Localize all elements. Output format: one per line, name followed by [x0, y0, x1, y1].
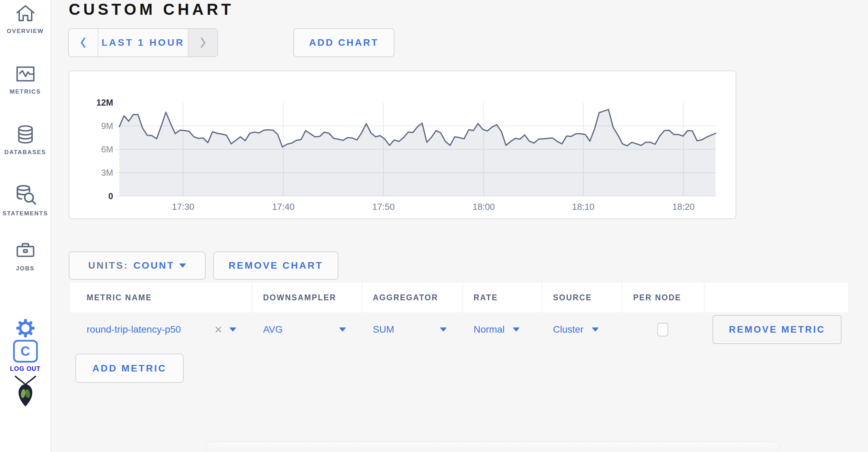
sidebar-item-overview[interactable]: OVERVIEW	[0, 2, 51, 35]
sidebar: OVERVIEW METRICS DATABASES STATEMENTS	[0, 0, 51, 452]
time-range-prev-button[interactable]	[69, 29, 98, 56]
chevron-down-icon[interactable]	[229, 327, 236, 332]
svg-text:9M: 9M	[101, 121, 113, 131]
units-dropdown[interactable]: UNITS: COUNT	[69, 251, 206, 280]
svg-text:17:50: 17:50	[372, 202, 395, 212]
remove-chart-button[interactable]: REMOVE CHART	[213, 251, 338, 280]
units-value: COUNT	[133, 260, 175, 271]
chevron-down-icon	[339, 327, 346, 332]
time-range-selector: LAST 1 HOUR	[68, 28, 218, 57]
sidebar-item-label: DATABASES	[0, 149, 51, 156]
source-select[interactable]: Cluster	[543, 312, 621, 347]
svg-text:17:30: 17:30	[172, 202, 194, 212]
svg-text:17:40: 17:40	[272, 202, 294, 212]
custom-chart-canvas: 17:3017:4017:5018:0018:1018:2003M6M9M12M	[69, 71, 736, 218]
rate-select[interactable]: Normal	[463, 312, 541, 347]
chevron-down-icon	[179, 263, 186, 268]
statements-icon	[13, 183, 37, 207]
column-header-source: SOURCE	[543, 283, 621, 312]
cockroach-bug-icon	[13, 374, 37, 408]
logout-button[interactable]: C LOG OUT	[0, 340, 51, 373]
close-icon[interactable]	[214, 325, 223, 334]
column-header-per-node: PER NODE	[623, 283, 704, 312]
sidebar-item-label: OVERVIEW	[0, 28, 51, 35]
logout-label: LOG OUT	[0, 365, 51, 373]
sidebar-item-databases[interactable]: DATABASES	[0, 123, 51, 156]
column-header-rate: RATE	[463, 283, 541, 312]
database-icon	[14, 123, 37, 146]
svg-text:6M: 6M	[101, 144, 113, 154]
horizontal-scrollbar[interactable]	[206, 442, 779, 452]
chevron-left-icon	[79, 36, 87, 49]
svg-text:18:00: 18:00	[473, 202, 495, 212]
sidebar-item-label: JOBS	[0, 265, 51, 272]
sidebar-item-label: METRICS	[0, 88, 51, 95]
column-header-downsampler: DOWNSAMPLER	[253, 283, 361, 312]
column-header-aggregator: AGGREGATOR	[362, 283, 462, 312]
svg-text:18:20: 18:20	[672, 202, 695, 212]
remove-metric-button[interactable]: REMOVE METRIC	[713, 315, 842, 344]
jobs-icon	[14, 239, 37, 262]
column-header-metric-name: METRIC NAME	[70, 283, 251, 312]
cockroach-c-icon: C	[13, 340, 38, 363]
metrics-icon	[14, 63, 37, 85]
settings-button[interactable]	[0, 317, 51, 339]
time-range-dropdown[interactable]: LAST 1 HOUR	[98, 29, 188, 56]
actions-cell: REMOVE METRIC	[705, 312, 848, 347]
sidebar-item-statements[interactable]: STATEMENTS	[0, 183, 51, 217]
aggregator-select[interactable]: SUM	[362, 312, 462, 347]
svg-text:0: 0	[108, 191, 113, 201]
page-title: CUSTOM CHART	[69, 0, 234, 19]
downsampler-select[interactable]: AVG	[253, 312, 361, 347]
units-label: UNITS:	[88, 260, 129, 271]
metric-name-value[interactable]: round-trip-latency-p50	[87, 324, 181, 335]
sidebar-item-metrics[interactable]: METRICS	[0, 63, 51, 95]
sidebar-item-jobs[interactable]: JOBS	[0, 239, 51, 272]
chevron-down-icon	[440, 327, 447, 332]
per-node-cell	[623, 312, 704, 347]
home-icon	[14, 2, 37, 25]
chevron-down-icon	[592, 327, 599, 332]
svg-text:3M: 3M	[101, 168, 113, 177]
per-node-checkbox[interactable]	[657, 323, 668, 336]
chevron-down-icon	[513, 327, 520, 332]
cockroach-logo	[0, 374, 51, 408]
add-chart-button[interactable]: ADD CHART	[293, 28, 394, 57]
svg-text:12M: 12M	[96, 98, 113, 107]
metric-table: METRIC NAME DOWNSAMPLER AGGREGATOR RATE …	[70, 283, 849, 347]
gear-icon	[14, 317, 36, 339]
svg-text:18:10: 18:10	[572, 202, 595, 212]
table-row: round-trip-latency-p50 AVG SUM Normal Cl…	[70, 312, 849, 347]
add-metric-button[interactable]: ADD METRIC	[75, 354, 184, 383]
table-header-row: METRIC NAME DOWNSAMPLER AGGREGATOR RATE …	[70, 283, 849, 312]
chart-card: 17:3017:4017:5018:0018:1018:2003M6M9M12M	[69, 71, 736, 219]
chevron-right-icon	[199, 36, 207, 49]
metric-name-cell: round-trip-latency-p50	[70, 312, 251, 347]
time-range-next-button[interactable]	[188, 29, 217, 56]
sidebar-item-label: STATEMENTS	[0, 210, 51, 217]
column-header-actions	[705, 283, 848, 312]
